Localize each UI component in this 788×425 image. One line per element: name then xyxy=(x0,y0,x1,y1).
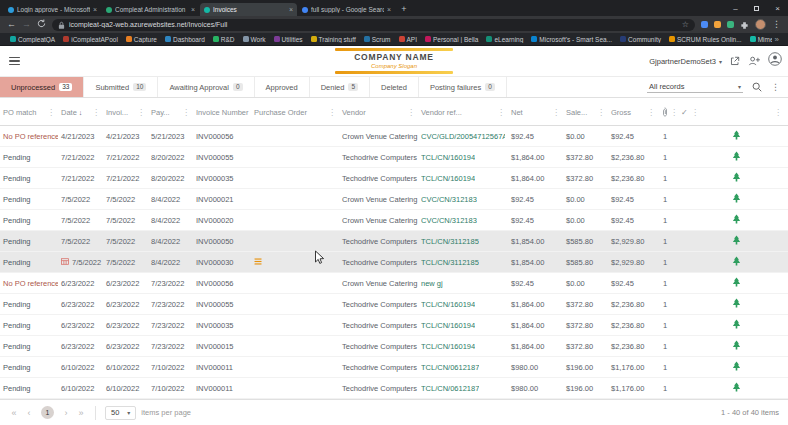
invoice-row[interactable]: Pending 7/5/2022 7/5/2022 8/4/2022 INV00… xyxy=(0,231,788,252)
column-menu-kebab-icon[interactable]: ⋮ xyxy=(774,108,782,117)
new-tab-button[interactable]: + xyxy=(396,3,412,16)
tree-icon[interactable] xyxy=(732,298,741,310)
current-page-button[interactable]: 1 xyxy=(41,406,54,419)
invoice-row[interactable]: Pending 6/10/2022 6/10/2022 7/10/2022 IN… xyxy=(0,378,788,399)
last-page-icon[interactable]: » xyxy=(76,408,86,418)
invoice-row[interactable]: Pending 6/23/2022 6/23/2022 7/23/2022 IN… xyxy=(0,336,788,357)
vendor-ref-link[interactable]: CVC/CN/312183 xyxy=(421,216,477,225)
vendor-ref-link[interactable]: CVC/CN/312183 xyxy=(421,195,477,204)
bookmark-star-icon[interactable]: ☆ xyxy=(682,21,689,29)
bookmark-item[interactable]: Scrum xyxy=(360,36,395,43)
column-header-actions[interactable]: ↓ ⋮ xyxy=(702,100,788,125)
bookmark-item[interactable]: CompleatQA xyxy=(6,36,59,43)
column-menu-kebab-icon[interactable]: ⋮ xyxy=(647,108,655,117)
bookmark-item[interactable]: SCRUM Rules Onlin... xyxy=(665,36,746,43)
vendor-ref-link[interactable]: TCL/CN/160194 xyxy=(421,321,475,330)
column-header-po-match[interactable]: PO match ↓ ⋮ xyxy=(0,100,58,125)
bookmark-item[interactable]: Utilities xyxy=(270,36,307,43)
column-header-date[interactable]: Date ↓ ⋮ xyxy=(58,100,103,125)
column-header-vendor-ref[interactable]: Vendor ref... ↓ ⋮ xyxy=(418,100,508,125)
column-menu-kebab-icon[interactable]: ⋮ xyxy=(137,108,145,117)
bookmark-item[interactable]: eLearning xyxy=(482,36,527,43)
tab-close-icon[interactable]: × xyxy=(387,6,391,13)
invoice-row[interactable]: Pending 6/10/2022 6/10/2022 7/10/2022 IN… xyxy=(0,357,788,378)
column-menu-kebab-icon[interactable]: ⋮ xyxy=(407,108,415,117)
invoice-row[interactable]: Pending 6/23/2022 6/23/2022 7/23/2022 IN… xyxy=(0,315,788,336)
bookmark-item[interactable]: Training stuff xyxy=(307,36,360,43)
column-header-net[interactable]: Net ↓ ⋮ xyxy=(508,100,563,125)
tree-icon[interactable] xyxy=(732,151,741,163)
vendor-ref-link[interactable]: TCL/CN/160194 xyxy=(421,342,475,351)
tab-close-icon[interactable]: × xyxy=(191,6,195,13)
extension-icon[interactable] xyxy=(714,21,721,28)
status-tab-submitted[interactable]: Submitted 10 xyxy=(84,77,158,97)
bookmark-item[interactable]: Community xyxy=(616,36,665,43)
browser-tab[interactable]: Compleat Administration × xyxy=(102,3,199,16)
menu-hamburger-icon[interactable] xyxy=(9,57,20,65)
tree-icon[interactable] xyxy=(732,382,741,394)
close-button[interactable]: × xyxy=(767,0,788,16)
column-header-vendor[interactable]: Vendor ↓ ⋮ xyxy=(339,100,418,125)
status-tab-unprocessed[interactable]: Unprocessed 33 xyxy=(0,77,84,97)
extensions-puzzle-icon[interactable] xyxy=(740,16,749,34)
column-menu-kebab-icon[interactable]: ⋮ xyxy=(92,108,100,117)
extension-icon[interactable] xyxy=(727,21,734,28)
column-header-attachments[interactable]: ↓ ⋮ xyxy=(658,100,678,125)
column-header-purchase-order[interactable]: Purchase Order ↓ ⋮ xyxy=(251,100,339,125)
profile-avatar[interactable] xyxy=(755,19,766,30)
search-icon[interactable] xyxy=(752,78,762,96)
column-menu-kebab-icon[interactable]: ⋮ xyxy=(328,108,336,117)
bookmark-item[interactable]: Microsoft's - Smart Sea... xyxy=(527,36,616,43)
minimize-button[interactable]: – xyxy=(725,0,746,16)
invoice-row[interactable]: No PO reference 6/23/2022 6/23/2022 7/23… xyxy=(0,273,788,294)
tab-close-icon[interactable]: × xyxy=(93,6,97,13)
vendor-ref-link[interactable]: new gj xyxy=(421,279,443,288)
account-menu[interactable]: GjpartnerDemoSet3 ▾ xyxy=(649,57,722,66)
browser-tab[interactable]: Invoices × xyxy=(200,3,297,16)
refresh-icon[interactable] xyxy=(37,19,46,30)
invoice-row[interactable]: No PO reference 4/21/2023 4/21/2023 5/21… xyxy=(0,126,788,147)
vendor-ref-link[interactable]: TCL/CN/160194 xyxy=(421,174,475,183)
extension-icon[interactable] xyxy=(701,21,708,28)
browser-tab[interactable]: Login approve - Microsoft Azure × xyxy=(4,3,101,16)
invoice-row[interactable]: Pending 7/5/2022 7/5/2022 8/4/2022 INV00… xyxy=(0,252,788,273)
tree-icon[interactable] xyxy=(732,340,741,352)
status-tab-posting-failures[interactable]: Posting failures 0 xyxy=(419,77,507,97)
bookmark-item[interactable]: Dashboard xyxy=(161,36,209,43)
page-size-select[interactable]: 50 ▾ xyxy=(105,406,136,420)
tree-icon[interactable] xyxy=(732,256,741,268)
tree-icon[interactable] xyxy=(732,319,741,331)
bookmark-item[interactable]: Capture xyxy=(122,36,161,43)
column-header-sales-tax[interactable]: Sale... ↓ ⋮ xyxy=(563,100,608,125)
vendor-ref-link[interactable]: TCL/CN/3112185 xyxy=(421,237,479,246)
bookmark-item[interactable]: Personal | Bella xyxy=(421,36,482,43)
status-tab-denied[interactable]: Denied 5 xyxy=(310,77,370,97)
column-header-pay-date[interactable]: Pay... ↓ ⋮ xyxy=(148,100,193,125)
bookmark-item[interactable]: R&D xyxy=(209,36,239,43)
column-menu-kebab-icon[interactable]: ⋮ xyxy=(182,108,190,117)
back-icon[interactable]: ← xyxy=(7,20,16,29)
first-page-icon[interactable]: « xyxy=(9,408,19,418)
tree-icon[interactable] xyxy=(732,235,741,247)
po-lines-icon[interactable] xyxy=(254,258,262,267)
tree-icon[interactable] xyxy=(732,361,741,373)
invoice-row[interactable]: Pending 7/21/2022 7/21/2022 8/20/2022 IN… xyxy=(0,168,788,189)
column-menu-kebab-icon[interactable]: ⋮ xyxy=(691,108,699,117)
column-menu-kebab-icon[interactable]: ⋮ xyxy=(552,108,560,117)
tab-close-icon[interactable]: × xyxy=(289,6,293,13)
vendor-ref-link[interactable]: TCL/CN/0612187 xyxy=(421,384,479,393)
add-user-icon[interactable] xyxy=(748,52,760,70)
tree-icon[interactable] xyxy=(732,130,741,142)
bookmark-item[interactable]: API xyxy=(395,36,421,43)
browser-menu-kebab-icon[interactable]: ⋮ xyxy=(772,20,781,29)
invoice-row[interactable]: Pending 7/5/2022 7/5/2022 8/4/2022 INV00… xyxy=(0,189,788,210)
column-menu-kebab-icon[interactable]: ⋮ xyxy=(47,108,55,117)
column-header-gross[interactable]: Gross ↓ ⋮ xyxy=(608,100,658,125)
tree-icon[interactable] xyxy=(732,214,741,226)
bookmark-item[interactable]: iCompleatAPool xyxy=(59,36,122,43)
vendor-ref-link[interactable]: TCL/CN/0612187 xyxy=(421,363,479,372)
vendor-ref-link[interactable]: TCL/CN/3112185 xyxy=(421,258,479,267)
vendor-ref-link[interactable]: CVC/GLD/20054712567A xyxy=(421,132,505,141)
maximize-button[interactable] xyxy=(746,0,767,16)
tree-icon[interactable] xyxy=(732,193,741,205)
